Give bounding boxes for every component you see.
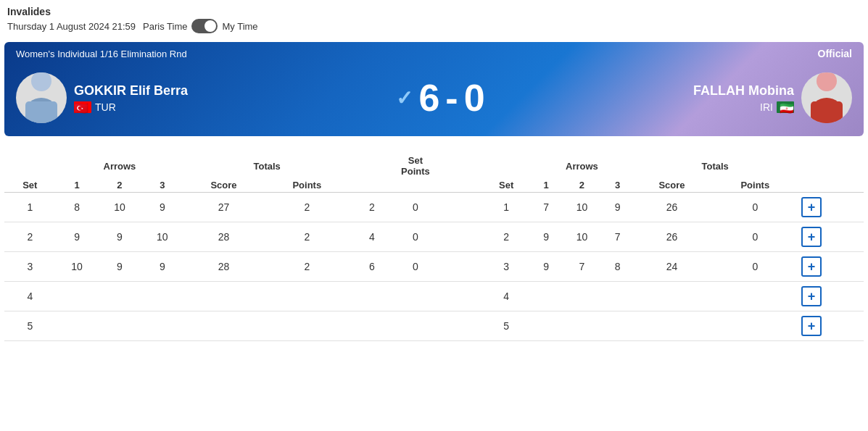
left-set-3: 3 [4,252,56,282]
left-set-2: 2 [4,222,56,252]
athlete-right-country-code: IRI [760,101,773,113]
right-set-4: 4 [481,282,532,311]
match-banner: Women's Individual 1/16 Elimination Rnd … [4,42,864,136]
score-right: 0 [464,76,485,120]
right-score-col: Score [632,178,711,193]
left-a1-4 [56,282,99,311]
right-set-spacer [481,154,532,178]
right-a2-1: 10 [561,193,603,222]
score-dash: - [445,76,458,120]
athlete-left-country: TUR [74,101,188,113]
left-a3-5 [141,311,183,341]
flag-tur [74,101,91,113]
right-score-5 [632,311,711,341]
left-a2-4 [98,282,141,311]
left-set-1: 1 [4,193,56,222]
right-a3-2: 7 [603,222,632,252]
left-score-4 [183,282,263,311]
athlete-left: GOKKIR Elif Berra TUR [16,72,188,123]
official-label: Official [818,48,852,59]
right-points-4 [712,282,798,311]
venue-name: Invalides [7,6,861,17]
right-score-3: 24 [632,252,711,282]
right-sp-spacer-2 [437,222,481,252]
plus-btn-col [798,178,864,193]
plus-button-5[interactable]: + [801,316,822,336]
sp-val-5 [394,311,437,341]
paris-time-label: Paris Time [143,21,187,32]
right-sp-spacer-4 [437,282,481,311]
right-a3-5 [603,311,632,341]
set-points-spacer-top [350,154,394,178]
plus-cell-5: + [798,311,864,341]
athlete-right-info: FALLAH Mobina IRI [693,83,794,113]
plus-button-2[interactable]: + [801,227,822,247]
left-sp-2: 4 [350,222,394,252]
athlete-right-country: IRI [693,101,794,113]
left-sp-col [350,178,394,193]
sp-val-1: 0 [394,193,437,222]
right-set-col: Set [481,178,532,193]
score-left: 6 [418,76,439,120]
left-score-1: 27 [183,193,263,222]
plus-cell-2: + [798,222,864,252]
time-toggle[interactable] [191,19,218,33]
left-set-5: 5 [4,311,56,341]
right-points-2: 0 [712,222,798,252]
right-sp-spacer-3 [437,252,481,282]
svg-point-3 [817,72,837,91]
right-points-1: 0 [712,193,798,222]
plus-button-3[interactable]: + [801,256,822,277]
left-set-col: Set [4,178,56,193]
plus-button-1[interactable]: + [801,197,822,217]
athlete-left-name: GOKKIR Elif Berra [74,83,188,99]
time-toggle-container: Paris Time My Time [143,19,258,33]
sp-val-col [394,178,437,193]
left-score-3: 28 [183,252,263,282]
right-a2-4 [561,282,603,311]
check-icon: ✓ [396,86,413,110]
right-arrows-header: Arrows [532,154,632,178]
right-sp-spacer-1 [437,193,481,222]
table-row: 5 5 + [4,311,864,341]
right-a2-5 [561,311,603,341]
left-a2-2: 9 [98,222,141,252]
right-sp-spacer-5 [437,311,481,341]
left-a1-1: 8 [56,193,99,222]
plus-button-4[interactable]: + [801,286,822,306]
table-row: 1 8 10 9 27 2 2 0 1 7 10 9 26 0 + [4,193,864,222]
right-totals-header: Totals [632,154,798,178]
left-a3-col: 3 [141,178,183,193]
right-a2-2: 10 [561,222,603,252]
left-points-1: 2 [264,193,350,222]
right-a3-col: 3 [603,178,632,193]
right-a1-3: 9 [532,252,561,282]
athlete-right-avatar [801,72,852,123]
score-center: ✓ 6 - 0 [396,76,484,120]
athlete-left-info: GOKKIR Elif Berra TUR [74,83,188,113]
plus-spacer-top [798,154,864,178]
left-points-5 [264,311,350,341]
athlete-left-country-code: TUR [95,101,116,113]
sp-val-2: 0 [394,222,437,252]
right-a2-3: 7 [561,252,603,282]
left-score-5 [183,311,263,341]
event-label: Women's Individual 1/16 Elimination Rnd [16,49,187,59]
score-table: Arrows Totals Set Points Arrows Totals S… [0,142,868,353]
left-a2-1: 10 [98,193,141,222]
set-points-header-cell: Set Points [394,154,437,178]
svg-rect-2 [25,101,57,123]
right-set-5: 5 [481,311,532,341]
sp-val-4 [394,282,437,311]
right-a1-5 [532,311,561,341]
left-a1-3: 10 [56,252,99,282]
svg-point-0 [31,72,51,91]
left-score-col: Score [183,178,263,193]
set-points-right-spacer [437,154,481,178]
right-a3-1: 9 [603,193,632,222]
banner-body: GOKKIR Elif Berra TUR ✓ 6 - 0 [4,65,864,123]
right-a3-3: 8 [603,252,632,282]
left-a2-col: 2 [98,178,141,193]
right-score-4 [632,282,711,311]
left-score-2: 28 [183,222,263,252]
